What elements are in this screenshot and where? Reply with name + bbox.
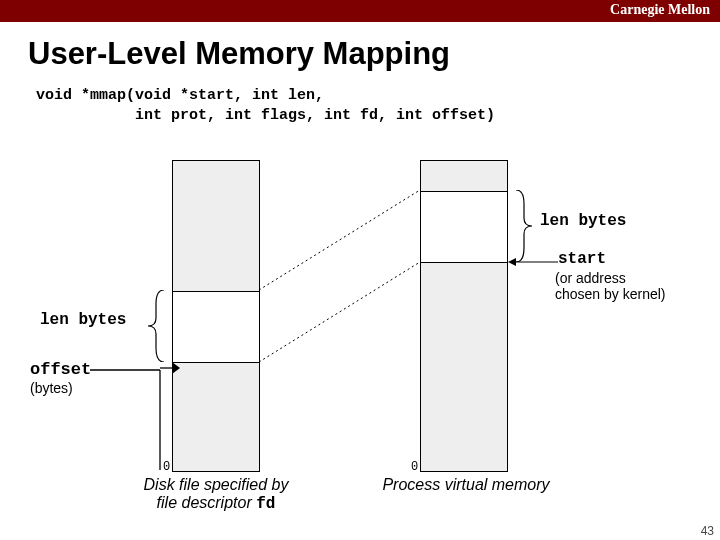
zero-disk: 0 (163, 460, 170, 474)
svg-line-1 (259, 262, 420, 362)
disk-caption-fd: fd (256, 495, 275, 513)
sig-line2: int prot, int flags, int fd, int offset) (36, 107, 495, 124)
sig-line1: void *mmap(void *start, int len, (36, 87, 324, 104)
len-bytes-right-label: len bytes (540, 212, 626, 230)
disk-column (172, 160, 260, 472)
disk-caption: Disk file specified by file descriptor f… (116, 476, 316, 514)
proc-len-region (421, 191, 507, 263)
proc-caption: Process virtual memory (366, 476, 566, 494)
institution-label: Carnegie Mellon (610, 2, 710, 18)
disk-caption-line1: Disk file specified by (144, 476, 289, 493)
mmap-signature: void *mmap(void *start, int len, int pro… (36, 86, 495, 127)
brace-left-icon (148, 290, 168, 362)
offset-label: offset (30, 360, 91, 379)
diagram: len bytes len bytes start (or address ch… (0, 160, 720, 540)
start-note2: chosen by kernel) (555, 286, 666, 302)
start-note: (or address chosen by kernel) (555, 270, 666, 302)
slide: Carnegie Mellon User-Level Memory Mappin… (0, 0, 720, 540)
svg-line-0 (259, 190, 420, 290)
disk-caption-line2: file descriptor (157, 494, 257, 511)
svg-marker-3 (508, 258, 516, 266)
zero-proc: 0 (411, 460, 418, 474)
start-note1: (or address (555, 270, 626, 286)
disk-len-region (173, 291, 259, 363)
page-number: 43 (701, 524, 714, 538)
proc-column (420, 160, 508, 472)
start-arrow-icon (508, 256, 558, 268)
brace-right-icon (512, 190, 532, 262)
svg-marker-7 (172, 362, 180, 374)
start-label: start (558, 250, 606, 268)
mapping-lines (259, 160, 421, 370)
offset-unit-label: (bytes) (30, 380, 73, 396)
page-title: User-Level Memory Mapping (28, 36, 450, 72)
len-bytes-left-label: len bytes (40, 311, 126, 329)
